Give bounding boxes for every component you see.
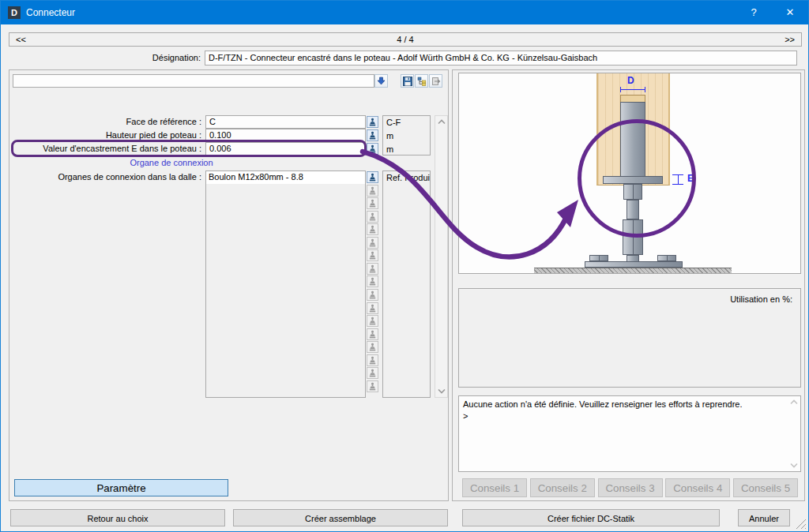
stamp-button[interactable] xyxy=(367,289,378,301)
prev-record-button[interactable]: << xyxy=(9,33,104,46)
dimension-d-tick xyxy=(645,87,645,92)
foot-height-field[interactable]: 0.100 xyxy=(205,129,366,142)
message-scroll-up-icon[interactable] xyxy=(790,399,798,405)
export-button[interactable] xyxy=(429,74,442,88)
right-panel: D E Utilisation en %: Aucune action n'a … xyxy=(452,69,805,501)
stamp-button[interactable] xyxy=(367,367,378,379)
next-record-button[interactable]: >> xyxy=(706,33,801,46)
parameter-button[interactable]: Paramètre xyxy=(14,479,228,496)
close-button[interactable]: ✕ xyxy=(773,1,807,24)
message-scroll-down-icon[interactable] xyxy=(790,463,798,468)
stamp-button[interactable] xyxy=(367,275,378,287)
create-dcstatik-button[interactable]: Créer fichier DC-Statik xyxy=(462,509,720,526)
stamp-button[interactable] xyxy=(367,185,378,197)
stamp-icon xyxy=(368,199,377,208)
hierarchy-icon xyxy=(417,77,427,86)
connection-organ-link[interactable]: Organe de connexion xyxy=(92,158,250,167)
dimension-d-tick xyxy=(620,87,621,92)
scroll-down-icon[interactable] xyxy=(438,388,446,394)
stamp-icon xyxy=(368,343,377,351)
preset-combo-input[interactable] xyxy=(13,74,374,88)
left-panel: Face de référence : C Hauteur pied de po… xyxy=(9,69,449,501)
stamp-icon xyxy=(368,251,377,260)
stamp-button[interactable] xyxy=(367,171,378,183)
conseils-row: Conseils 1 Conseils 2 Conseils 3 Conseil… xyxy=(462,478,798,497)
help-button[interactable]: ? xyxy=(737,1,770,24)
stamp-icon xyxy=(368,356,377,365)
stamp-icon xyxy=(368,264,377,273)
stamp-icon xyxy=(368,225,377,234)
anchor-bolt-left xyxy=(589,255,608,261)
cancel-button[interactable]: Annuler xyxy=(738,509,790,526)
conseils-5-button[interactable]: Conseils 5 xyxy=(733,478,798,497)
stamp-button[interactable] xyxy=(367,116,378,128)
unit-row: m xyxy=(386,143,430,155)
stamp-button[interactable] xyxy=(367,263,378,275)
stamp-button[interactable] xyxy=(367,341,378,353)
stamp-icon xyxy=(368,212,377,221)
stamp-icon xyxy=(368,173,377,182)
window-title: Connecteur xyxy=(26,7,75,18)
designation-label: Désignation: xyxy=(114,53,201,62)
stamp-icon xyxy=(368,131,377,140)
dimension-e-line xyxy=(678,174,679,185)
stamp-icon xyxy=(368,238,377,247)
save-icon xyxy=(403,77,412,86)
conseils-2-button[interactable]: Conseils 2 xyxy=(530,478,595,497)
unit-row: C-F xyxy=(386,116,430,129)
stamp-button[interactable] xyxy=(367,237,378,249)
conseils-3-button[interactable]: Conseils 3 xyxy=(598,478,663,497)
stamp-button[interactable] xyxy=(367,223,378,235)
anchor-bolt-right xyxy=(657,255,676,261)
stamp-button[interactable] xyxy=(367,211,378,223)
hierarchy-button[interactable] xyxy=(415,74,428,88)
stamp-icon xyxy=(368,317,377,325)
list-item[interactable]: Boulon M12x80mm - 8.8 xyxy=(206,171,365,184)
message-line: > xyxy=(463,410,786,422)
designation-field[interactable]: D-F/TZN - Connecteur encastré dans le po… xyxy=(205,51,797,66)
dimension-e-label: E xyxy=(687,173,694,184)
embed-value-label: Valeur d'encastrement E dans le poteau : xyxy=(9,144,201,153)
message-line: Aucune action n'a été définie. Veuillez … xyxy=(463,399,786,410)
stamp-icon xyxy=(368,330,377,339)
connector-drawing: D E xyxy=(458,73,801,274)
stamp-button[interactable] xyxy=(367,129,378,141)
stamp-button[interactable] xyxy=(367,380,378,392)
reference-face-label: Face de référence : xyxy=(9,117,201,126)
stamp-button[interactable] xyxy=(367,302,378,314)
stamp-button[interactable] xyxy=(367,328,378,340)
stamp-button[interactable] xyxy=(367,249,378,261)
units-box: C-F m m xyxy=(382,115,431,155)
reference-face-field[interactable]: C xyxy=(205,115,366,129)
connector-dialog: D Connecteur ? ✕ << 4 / 4 >> Désignation… xyxy=(0,0,809,532)
record-position: 4 / 4 xyxy=(104,33,706,46)
dropdown-arrow-icon xyxy=(377,77,386,85)
back-to-choice-button[interactable]: Retour au choix xyxy=(10,509,225,526)
conseils-1-button[interactable]: Conseils 1 xyxy=(462,478,527,497)
stamp-button[interactable] xyxy=(367,315,378,327)
concrete-slab xyxy=(534,268,732,274)
dimension-d-line xyxy=(620,89,645,90)
stamp-button[interactable] xyxy=(367,143,378,155)
utilization-panel: Utilisation en %: xyxy=(458,288,801,388)
embed-value-field[interactable]: 0.006 xyxy=(205,142,366,155)
slab-connectors-list[interactable]: Boulon M12x80mm - 8.8 xyxy=(205,170,366,398)
conseils-4-button[interactable]: Conseils 4 xyxy=(665,478,730,497)
base-flange-plate xyxy=(603,176,663,184)
stamp-icon xyxy=(368,382,377,391)
stamp-button[interactable] xyxy=(367,354,378,366)
combo-dropdown-button[interactable] xyxy=(374,74,388,88)
dimension-d-label: D xyxy=(627,75,634,86)
stamp-icon xyxy=(368,186,377,195)
record-navigator: << 4 / 4 >> xyxy=(9,32,802,47)
save-button[interactable] xyxy=(401,74,414,88)
unit-row: m xyxy=(386,129,430,143)
scroll-up-icon[interactable] xyxy=(438,119,446,125)
threaded-rod xyxy=(627,200,639,219)
resize-grip[interactable] xyxy=(795,518,806,529)
stamp-icon xyxy=(368,277,377,286)
form-scrollbar[interactable] xyxy=(435,115,448,398)
stamp-button[interactable] xyxy=(367,197,378,209)
stamp-icon xyxy=(368,290,377,299)
create-assembly-button[interactable]: Créer assemblage xyxy=(233,509,448,526)
